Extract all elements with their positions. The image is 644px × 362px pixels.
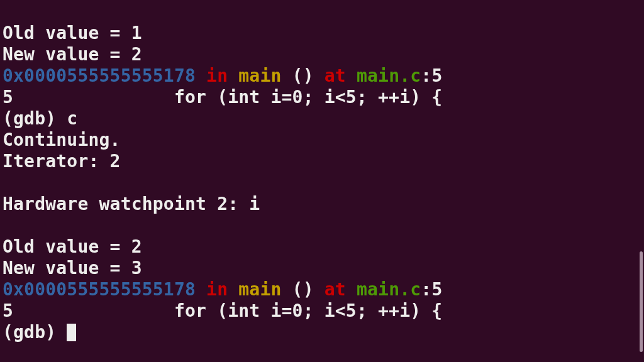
line-number-2: 5: [431, 279, 442, 300]
gdb-prompt-2[interactable]: (gdb): [3, 322, 67, 343]
cursor-icon[interactable]: [67, 324, 76, 341]
scrollbar-thumb[interactable]: [640, 251, 643, 352]
scrollbar[interactable]: [638, 0, 644, 362]
source-lineno-a: 5: [3, 87, 13, 107]
source-file-2: main.c: [357, 279, 421, 300]
gdb-prompt-1: (gdb): [3, 108, 67, 129]
program-output-iterator: Iterator: 2: [3, 151, 121, 172]
function-name-2: main: [238, 279, 292, 300]
source-pad-b: [13, 300, 174, 321]
value-old-2: Old value = 2: [3, 236, 142, 257]
keyword-in-1: in: [196, 65, 238, 86]
parens-2: (): [292, 279, 325, 300]
watchpoint-msg: Hardware watchpoint 2: i: [3, 194, 260, 214]
address-2: 0x0000555555555178: [3, 279, 196, 300]
source-pad-a: [13, 87, 174, 107]
address-1: 0x0000555555555178: [3, 65, 196, 86]
keyword-at-2: at: [325, 279, 357, 300]
source-lineno-b: 5: [3, 300, 13, 321]
source-code-a: for (int i=0; i<5; ++i) {: [174, 87, 442, 107]
function-name-1: main: [238, 65, 292, 86]
terminal-output[interactable]: Old value = 1 New value = 2 0x0000555555…: [0, 0, 644, 346]
keyword-in-2: in: [196, 279, 238, 300]
keyword-at-1: at: [325, 65, 357, 86]
continuing-msg: Continuing.: [3, 129, 121, 150]
colon-2: :: [421, 279, 431, 300]
value-new-1: New value = 2: [3, 44, 142, 65]
value-new-2: New value = 3: [3, 258, 142, 278]
colon-1: :: [421, 65, 431, 86]
line-number-1: 5: [431, 65, 442, 86]
gdb-command-continue: c: [67, 108, 77, 129]
source-code-b: for (int i=0; i<5; ++i) {: [174, 300, 442, 321]
value-old-1: Old value = 1: [3, 23, 142, 43]
source-file-1: main.c: [357, 65, 421, 86]
parens-1: (): [292, 65, 325, 86]
